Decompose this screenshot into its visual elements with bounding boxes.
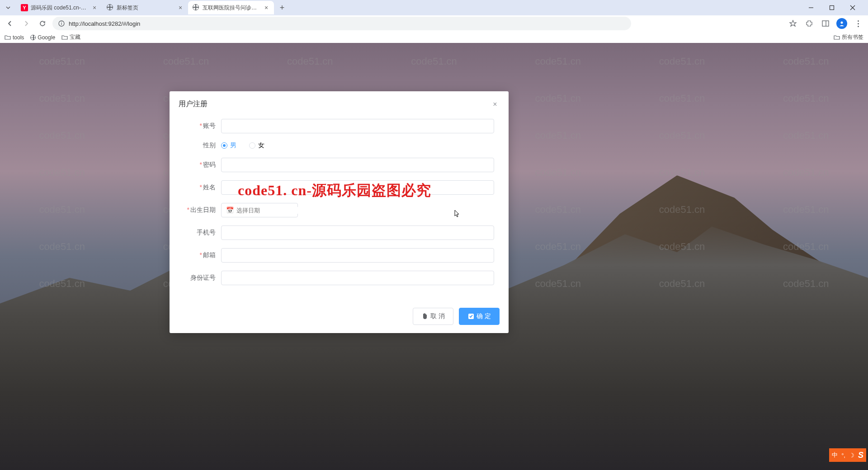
- account-label: *账号: [184, 122, 221, 130]
- button-label: 确 定: [476, 312, 491, 320]
- calendar-icon: 📅: [226, 207, 234, 214]
- close-icon[interactable]: ×: [177, 5, 184, 11]
- name-input[interactable]: [221, 180, 494, 195]
- minimize-button[interactable]: [805, 1, 817, 14]
- svg-point-9: [841, 22, 843, 24]
- button-label: 取 消: [430, 312, 445, 320]
- url-input[interactable]: [69, 20, 626, 27]
- url-bar[interactable]: [52, 17, 631, 30]
- svg-rect-7: [822, 21, 829, 26]
- favicon-y-icon: Y: [21, 4, 28, 11]
- bookmark-treasure[interactable]: 宝藏: [61, 33, 80, 41]
- idcard-label: 身份证号: [184, 274, 221, 282]
- maximize-button[interactable]: [826, 1, 838, 14]
- bookmark-bar: tools Google 宝藏 所有书签: [0, 32, 868, 43]
- tab-title: 源码乐园 code51.cn-项目论文: [31, 4, 90, 12]
- modal-body: *账号 性别 男 女 *密码 *姓名 *出生日: [170, 114, 509, 302]
- favicon-globe-icon: [107, 4, 114, 11]
- menu-button[interactable]: [852, 17, 864, 30]
- cursor-icon: [453, 210, 461, 221]
- bookmark-label: tools: [13, 34, 24, 41]
- ime-lang: 中: [832, 451, 838, 459]
- bookmark-label: 宝藏: [70, 33, 80, 41]
- radio-icon: [221, 142, 227, 149]
- bookmark-tools[interactable]: tools: [5, 34, 24, 41]
- tab-bar: Y 源码乐园 code51.cn-项目论文 × 新标签页 × 互联网医院挂号问诊…: [0, 0, 868, 15]
- phone-label: 手机号: [184, 229, 221, 237]
- folder-icon: [61, 34, 68, 41]
- modal-footer: 取 消 确 定: [170, 302, 509, 333]
- birthdate-label: *出生日期: [184, 206, 221, 214]
- modal-header: 用户注册 ×: [170, 91, 509, 114]
- ime-moon-icon: ☽: [849, 452, 854, 459]
- gender-female-radio[interactable]: 女: [249, 141, 264, 150]
- bookmark-star-icon[interactable]: [787, 17, 799, 30]
- favicon-globe-icon: [193, 4, 200, 11]
- folder-icon: [834, 34, 840, 41]
- tab-title: 互联网医院挂号问诊系统: [203, 4, 261, 12]
- folder-icon: [5, 34, 11, 41]
- birthdate-picker[interactable]: 📅: [221, 203, 298, 217]
- sidepanel-icon[interactable]: [819, 17, 832, 30]
- email-label: *邮箱: [184, 251, 221, 259]
- tab-newtab[interactable]: 新标签页 ×: [102, 1, 188, 14]
- svg-point-6: [61, 22, 62, 23]
- svg-rect-1: [830, 6, 834, 10]
- gender-male-radio[interactable]: 男: [221, 141, 236, 150]
- back-button[interactable]: [4, 17, 16, 30]
- hand-icon: [421, 313, 429, 320]
- bookmark-label: 所有书签: [842, 33, 863, 41]
- close-icon[interactable]: ×: [91, 5, 98, 11]
- close-icon[interactable]: ×: [491, 100, 500, 109]
- forward-button[interactable]: [20, 17, 33, 30]
- ime-logo-icon: S: [858, 451, 863, 460]
- cancel-button[interactable]: 取 消: [413, 308, 453, 325]
- idcard-input[interactable]: [221, 271, 494, 285]
- tab-code51[interactable]: Y 源码乐园 code51.cn-项目论文 ×: [16, 1, 102, 14]
- tab-hospital-system[interactable]: 互联网医院挂号问诊系统 ×: [188, 1, 274, 14]
- name-label: *姓名: [184, 183, 221, 192]
- radio-icon: [249, 142, 255, 149]
- email-input[interactable]: [221, 248, 494, 263]
- tab-title: 新标签页: [117, 4, 175, 12]
- password-label: *密码: [184, 161, 221, 169]
- password-input[interactable]: [221, 158, 494, 172]
- close-window-button[interactable]: [846, 1, 859, 14]
- tab-search-button[interactable]: [4, 3, 13, 12]
- check-icon: [467, 313, 475, 320]
- all-bookmarks-button[interactable]: 所有书签: [834, 33, 863, 41]
- bookmark-google[interactable]: Google: [30, 34, 55, 41]
- new-tab-button[interactable]: +: [276, 1, 288, 14]
- confirm-button[interactable]: 确 定: [459, 308, 500, 325]
- ime-punct: °,: [841, 452, 845, 459]
- nav-bar: [0, 15, 868, 32]
- ime-indicator[interactable]: 中 °, ☽ S: [829, 448, 866, 462]
- gender-label: 性别: [184, 141, 221, 150]
- phone-input[interactable]: [221, 226, 494, 240]
- radio-label: 男: [230, 141, 236, 150]
- birthdate-input[interactable]: [236, 207, 312, 214]
- reload-button[interactable]: [36, 17, 49, 30]
- extensions-icon[interactable]: [803, 17, 816, 30]
- globe-icon: [30, 35, 36, 40]
- account-input[interactable]: [221, 119, 494, 133]
- radio-label: 女: [258, 141, 264, 150]
- browser-chrome: Y 源码乐园 code51.cn-项目论文 × 新标签页 × 互联网医院挂号问诊…: [0, 0, 868, 43]
- profile-button[interactable]: [835, 17, 848, 30]
- close-icon[interactable]: ×: [263, 5, 269, 11]
- bookmark-label: Google: [38, 34, 55, 41]
- modal-title: 用户注册: [179, 99, 208, 109]
- window-controls: [805, 1, 864, 14]
- info-icon[interactable]: [58, 20, 65, 27]
- gender-radio-group: 男 女: [221, 141, 264, 150]
